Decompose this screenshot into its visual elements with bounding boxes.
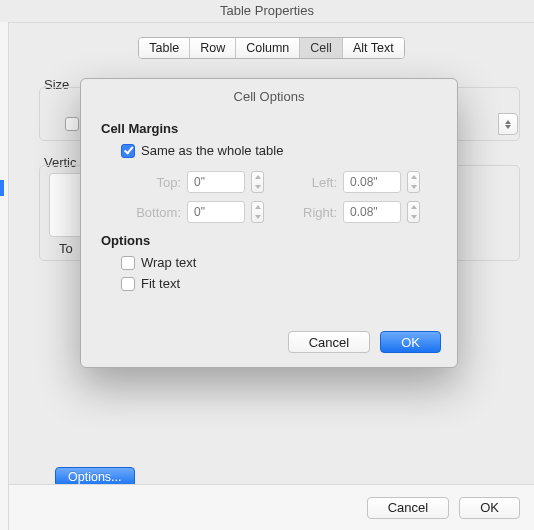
top-input[interactable]: [187, 171, 245, 193]
wrap-text-label: Wrap text: [141, 255, 196, 270]
top-label: Top:: [125, 175, 181, 190]
tab-cell[interactable]: Cell: [300, 38, 343, 58]
sheet-cancel-button[interactable]: Cancel: [288, 331, 370, 353]
sheet-ok-button[interactable]: OK: [380, 331, 441, 353]
same-as-table-checkbox[interactable]: Same as the whole table: [121, 143, 283, 158]
sheet-title: Cell Options: [81, 79, 457, 104]
checkbox-icon: [121, 277, 135, 291]
tab-column[interactable]: Column: [236, 38, 300, 58]
checkbox-icon: [121, 256, 135, 270]
tab-table[interactable]: Table: [139, 38, 190, 58]
dialog-footer: Cancel OK: [9, 484, 534, 530]
tab-bar: Table Row Column Cell Alt Text: [138, 37, 404, 59]
fit-text-checkbox[interactable]: Fit text: [121, 276, 180, 291]
options-heading: Options: [101, 233, 150, 248]
left-gutter: [0, 22, 8, 530]
bottom-input[interactable]: [187, 201, 245, 223]
checkbox-icon: [121, 144, 135, 158]
cell-options-sheet: Cell Options Cell Margins Same as the wh…: [80, 78, 458, 368]
align-label-truncated: To: [59, 241, 73, 256]
tab-alt-text[interactable]: Alt Text: [343, 38, 404, 58]
bottom-stepper[interactable]: [251, 201, 264, 223]
top-stepper[interactable]: [251, 171, 264, 193]
right-input[interactable]: [343, 201, 401, 223]
right-label: Right:: [281, 205, 337, 220]
left-input[interactable]: [343, 171, 401, 193]
window-title: Table Properties: [0, 0, 534, 22]
wrap-text-checkbox[interactable]: Wrap text: [121, 255, 196, 270]
right-stepper[interactable]: [407, 201, 420, 223]
cell-margins-heading: Cell Margins: [101, 121, 178, 136]
same-as-table-label: Same as the whole table: [141, 143, 283, 158]
main-ok-button[interactable]: OK: [459, 497, 520, 519]
checkbox-icon: [65, 117, 79, 131]
left-label: Left:: [281, 175, 337, 190]
main-cancel-button[interactable]: Cancel: [367, 497, 449, 519]
fit-text-label: Fit text: [141, 276, 180, 291]
measure-select-stepper[interactable]: [498, 113, 518, 135]
left-stepper[interactable]: [407, 171, 420, 193]
tab-row[interactable]: Row: [190, 38, 236, 58]
bottom-label: Bottom:: [125, 205, 181, 220]
